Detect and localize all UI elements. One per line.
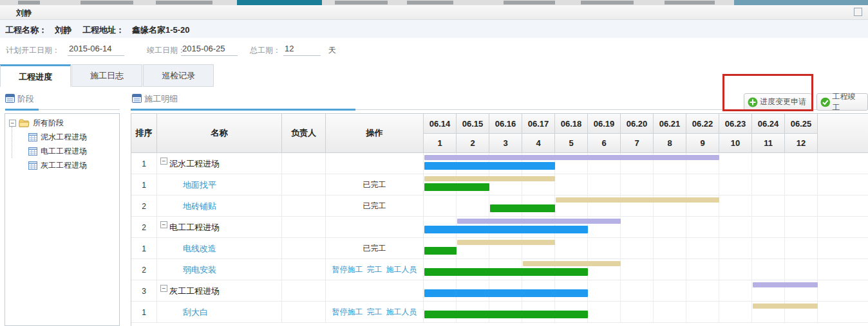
tree-item-stage[interactable]: 泥水工程进场 xyxy=(28,131,87,143)
operation-cell xyxy=(326,280,424,302)
stage-group-name: 电工工程进场 xyxy=(169,222,220,233)
stage-tree-panel: − 所有阶段 泥水工程进场电工工程进场灰工工程进场 xyxy=(5,113,120,326)
plan-bar[interactable] xyxy=(457,219,621,224)
owner-cell xyxy=(282,195,326,217)
stage-section-title: 阶段 xyxy=(17,93,34,105)
date-header: 06.18 xyxy=(555,114,588,134)
window-title-bar: 刘静 xyxy=(0,5,868,20)
clipped-nav-tab-active xyxy=(237,0,322,5)
project-info-bar: 工程名称： 刘静 工程地址： 鑫缘名家1-5-20 xyxy=(0,20,868,38)
operation-cell: 已完工 xyxy=(326,238,424,259)
actual-bar[interactable] xyxy=(424,162,555,170)
order-cell: 1 xyxy=(131,174,157,195)
day-number-header: 10 xyxy=(719,134,752,153)
plan-start-input[interactable]: 2015-06-14 xyxy=(68,44,124,56)
plan-bar[interactable] xyxy=(753,303,818,309)
progress-change-request-button[interactable]: 进度变更申请 xyxy=(744,93,812,111)
clipped-nav-strip xyxy=(0,0,868,5)
actual-bar[interactable] xyxy=(424,183,489,191)
tab-project-progress[interactable]: 工程进度 xyxy=(0,64,71,87)
tab-inspection-record[interactable]: 巡检记录 xyxy=(143,64,214,87)
order-cell: 1 xyxy=(131,302,157,323)
finish-label: 竣工日期： xyxy=(147,45,185,56)
operation-cell xyxy=(326,153,424,174)
finish-input[interactable]: 2015-06-25 xyxy=(181,44,238,56)
plan-bar[interactable] xyxy=(424,155,719,160)
plan-bar[interactable] xyxy=(457,240,555,245)
name-cell: 地砖铺贴 xyxy=(157,195,282,217)
operation-link[interactable]: 施工人员 xyxy=(386,307,417,318)
name-cell: −灰工工程进场 xyxy=(157,280,282,302)
plan-bar[interactable] xyxy=(523,261,621,266)
gantt-table-row: 1电线改造已完工 xyxy=(131,238,868,259)
order-cell: 1 xyxy=(131,238,157,259)
tree-item-stage[interactable]: 电工工程进场 xyxy=(28,145,87,158)
operation-link[interactable]: 完工 xyxy=(367,264,382,275)
task-name-link[interactable]: 地砖铺贴 xyxy=(183,201,216,212)
collapse-icon[interactable]: − xyxy=(160,221,167,228)
name-cell: −泥水工程进场 xyxy=(157,153,282,174)
collapse-icon[interactable]: − xyxy=(160,285,167,292)
gantt-row-area xyxy=(424,302,818,323)
plan-bar[interactable] xyxy=(424,176,555,181)
project-complete-button[interactable]: 工程竣工 xyxy=(816,93,868,111)
maximize-icon[interactable] xyxy=(854,8,862,16)
gantt-row-area xyxy=(424,217,818,238)
task-name-link[interactable]: 电线改造 xyxy=(183,243,216,255)
actual-bar[interactable] xyxy=(424,289,588,297)
operation-link[interactable]: 暂停施工 xyxy=(332,264,363,275)
tree-root-all-stages[interactable]: − 所有阶段 xyxy=(9,116,64,129)
actual-bar[interactable] xyxy=(424,268,588,276)
duration-input[interactable]: 12 xyxy=(283,44,321,56)
actual-bar[interactable] xyxy=(490,204,555,212)
operation-cell: 暂停施工完工施工人员 xyxy=(326,259,424,280)
plan-start-label: 计划开工日期： xyxy=(6,45,60,56)
day-number-header: 4 xyxy=(522,134,555,153)
date-form-row: 计划开工日期： 2015-06-14 竣工日期： 2015-06-25 总工期：… xyxy=(0,38,868,62)
operation-cell: 暂停施工完工施工人员 xyxy=(326,302,424,323)
construction-detail-grid: 排序名称负责人操作06.14106.15206.16306.17406.1850… xyxy=(131,113,868,326)
owner-cell xyxy=(282,217,326,238)
actual-bar[interactable] xyxy=(424,226,588,233)
order-cell: 2 xyxy=(131,217,157,238)
operation-link[interactable]: 完工 xyxy=(367,307,382,318)
operation-status: 已完工 xyxy=(363,201,386,212)
day-number-header: 9 xyxy=(686,134,719,153)
name-cell: −电工工程进场 xyxy=(157,217,282,238)
date-header: 06.17 xyxy=(522,114,555,134)
tree-item-stage[interactable]: 灰工工程进场 xyxy=(28,159,87,172)
header-filler xyxy=(818,114,868,153)
operation-link[interactable]: 暂停施工 xyxy=(332,307,363,318)
tab-construction-log[interactable]: 施工日志 xyxy=(71,64,142,87)
actual-bar[interactable] xyxy=(424,311,588,318)
collapse-icon[interactable]: − xyxy=(160,158,167,165)
plan-bar[interactable] xyxy=(556,197,719,203)
owner-cell xyxy=(282,153,326,174)
detail-panel-icon xyxy=(132,94,142,103)
project-name-value: 刘静 xyxy=(55,24,71,36)
date-header: 06.22 xyxy=(686,114,719,134)
operation-status: 已完工 xyxy=(363,243,386,254)
collapse-icon[interactable]: − xyxy=(9,120,16,127)
date-header: 06.20 xyxy=(621,114,654,134)
owner-cell xyxy=(282,259,326,280)
plan-bar[interactable] xyxy=(753,282,818,287)
operation-link[interactable]: 施工人员 xyxy=(386,264,417,275)
date-header: 06.14 xyxy=(424,114,457,134)
date-header: 06.24 xyxy=(752,114,785,134)
task-name-link[interactable]: 地面找平 xyxy=(183,179,216,191)
gantt-row-area xyxy=(424,195,818,217)
actual-bar[interactable] xyxy=(424,247,457,255)
task-name-link[interactable]: 弱电安装 xyxy=(183,264,216,276)
stage-group-name: 灰工工程进场 xyxy=(169,285,220,297)
name-cell: 弱电安装 xyxy=(157,259,282,280)
column-header: 负责人 xyxy=(282,114,326,153)
date-header: 06.19 xyxy=(588,114,621,134)
detail-section-title: 施工明细 xyxy=(144,93,178,105)
gantt-table-row: 3−灰工工程进场 xyxy=(131,280,868,302)
day-number-header: 2 xyxy=(457,134,489,153)
day-number-header: 12 xyxy=(785,134,818,153)
column-header: 名称 xyxy=(157,114,282,153)
stage-panel-icon xyxy=(5,94,15,103)
task-name-link[interactable]: 刮大白 xyxy=(183,307,208,318)
